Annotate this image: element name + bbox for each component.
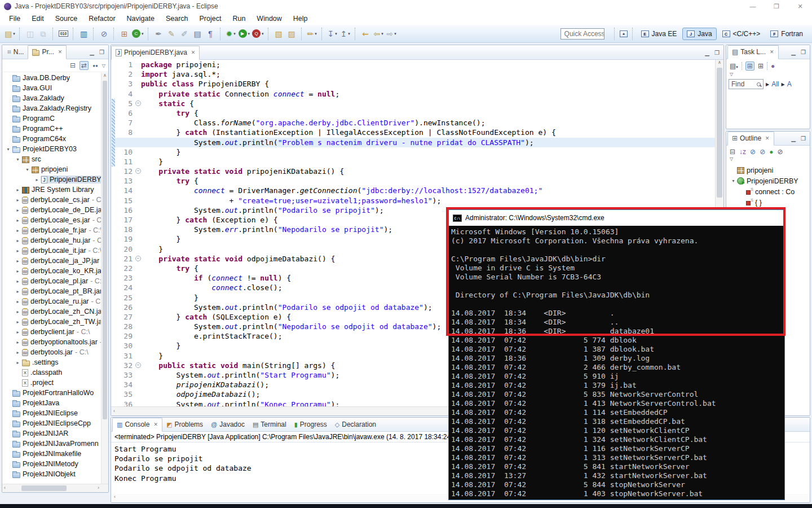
chevron-collapsed-icon[interactable]: ▸ — [14, 319, 21, 325]
dropdown-arrow-icon[interactable]: ▾ — [381, 32, 383, 36]
sort-button[interactable]: ↓z — [739, 148, 746, 156]
last-edit-location-button[interactable]: ⇜ — [359, 27, 372, 41]
activated-link[interactable]: A — [787, 80, 792, 88]
hide-local-types-button[interactable]: ⊘ — [777, 148, 783, 156]
tree-item-derbylocale-it-jar[interactable]: ▸010derbyLocale_it.jar - C:\ — [2, 246, 101, 256]
cmd-title-bar[interactable]: C:\ Administrator: C:\Windows\System32\c… — [449, 210, 784, 226]
cmd-window[interactable]: C:\ Administrator: C:\Windows\System32\c… — [448, 209, 785, 500]
outline-item--[interactable]: { } — [726, 197, 810, 208]
chevron-collapsed-icon[interactable]: ▸ — [14, 187, 21, 192]
mark-occurrences-button[interactable]: ✏▾ — [306, 27, 319, 41]
chevron-collapsed-icon[interactable]: ▸ — [14, 279, 21, 284]
menu-help[interactable]: Help — [288, 13, 314, 24]
tab-package-explorer[interactable]: Pr... ✕ — [28, 45, 67, 59]
minimize-view-button[interactable]: ▁ — [791, 135, 796, 142]
chevron-collapsed-icon[interactable]: ▸ — [14, 218, 21, 223]
tab-progress[interactable]: ▮Progress — [290, 418, 331, 431]
view-menu-button[interactable]: ▽ — [730, 156, 733, 161]
tree-item-projektjniobjekt[interactable]: ProjektJNIObjekt — [2, 469, 101, 479]
maximize-view-button[interactable]: ❐ — [714, 50, 720, 56]
profile-button[interactable]: Q▾ — [251, 27, 265, 41]
next-annotation-button[interactable]: ↧▾ — [326, 27, 339, 41]
skip-breakpoints-button[interactable]: ⊘ — [98, 27, 111, 41]
prev-annotation-button[interactable]: ↥▾ — [339, 27, 352, 41]
open-perspective-button[interactable]: + — [617, 27, 630, 41]
all-link[interactable]: All — [771, 80, 779, 88]
perspective-cpp[interactable]: C<C/C++> — [718, 28, 765, 40]
fold-marker-icon[interactable]: − — [135, 362, 141, 368]
tree-item-derbyoptionaltools-jar[interactable]: ▸010derbyoptionaltools.jar - C:\ — [2, 337, 101, 347]
tab-javadoc[interactable]: @Javadoc — [207, 418, 249, 431]
chevron-collapsed-icon[interactable]: ▸ — [14, 269, 21, 274]
key-button[interactable]: ✒ — [152, 27, 165, 41]
categorized-button[interactable]: ⊞ — [745, 62, 754, 71]
collapse-all-button[interactable]: ⊟ — [70, 62, 76, 69]
tree-item-derbylocale-pl-jar[interactable]: ▸010derbyLocale_pl.jar - C:\ — [2, 276, 101, 286]
tab-navigator[interactable]: ⌗ N... — [3, 46, 28, 59]
tab-console[interactable]: ▥Console✕ — [112, 418, 162, 432]
tree-item-programc64x[interactable]: ProgramC64x — [2, 134, 101, 144]
close-button[interactable]: ✕ — [788, 0, 812, 12]
chevron-collapsed-icon[interactable]: ▸ — [14, 198, 21, 203]
tree-item-projektjnimetody[interactable]: ProjektJNIMetody — [2, 459, 101, 469]
tree-item-derbylocale-pt-br-jar[interactable]: ▸010derbyLocale_pt_BR.jar - C:\ — [2, 286, 101, 296]
menu-source[interactable]: Source — [50, 13, 83, 24]
focus-button[interactable]: ●● — [92, 63, 98, 68]
chevron-collapsed-icon[interactable]: ▸ — [14, 350, 21, 355]
tree-item-derbylocale-ja-jp-jar[interactable]: ▸010derbyLocale_ja_JP.jar - C:\ — [2, 256, 101, 266]
open-type-button[interactable]: ▤ — [191, 27, 204, 41]
chevron-collapsed-icon[interactable]: ▸ — [14, 299, 21, 304]
tree-item-projektjnijavapromenn[interactable]: ProjektJNIJavaPromenn — [2, 439, 101, 449]
close-tab-icon[interactable]: ✕ — [153, 422, 158, 427]
maximize-view-button[interactable]: ❐ — [801, 49, 806, 55]
perspective-java[interactable]: JJava — [682, 28, 716, 40]
new-task-button[interactable]: ▤▾ — [730, 62, 738, 70]
tab-pripojeniderby-java[interactable]: J PripojeniDERBY.java ✕ — [111, 46, 200, 60]
open-artifact-button[interactable]: ▧ — [272, 27, 285, 41]
chevron-collapsed-icon[interactable]: ▸ — [14, 208, 21, 213]
tree-item-projektjnieclipsecpp[interactable]: ProjektJNIEclipseCpp — [2, 418, 101, 428]
tree-item-derbylocale-ko-kr-jar[interactable]: ▸010derbyLocale_ko_KR.jar - C:\ — [2, 266, 101, 276]
tree-item-derbylocale-hu-jar[interactable]: ▸010derbyLocale_hu.jar - C:\ — [2, 235, 101, 246]
dropdown-arrow-icon[interactable]: ▾ — [335, 32, 337, 36]
menu-navigate[interactable]: Navigate — [121, 13, 160, 24]
close-tab-icon[interactable]: ✕ — [191, 50, 196, 55]
view-menu-button[interactable]: ▽ — [102, 63, 105, 68]
chevron-collapsed-icon[interactable]: ▸ — [14, 340, 21, 345]
tree-item-derbylocale-de-de-jar[interactable]: ▸010derbyLocale_de_DE.jar - C:\ — [2, 205, 101, 215]
fold-marker-icon[interactable]: − — [135, 168, 141, 174]
menu-search[interactable]: Search — [160, 13, 194, 24]
chevron-expanded-icon[interactable]: ▾ — [24, 167, 31, 172]
tree-item-java-zaklady[interactable]: Java.Zaklady — [2, 93, 101, 103]
quick-access-input[interactable] — [561, 28, 604, 40]
tree-item-jre-system-library[interactable]: ▸JRE System Library — [2, 185, 101, 195]
chevron-expanded-icon[interactable]: ▾ — [14, 157, 21, 162]
dropdown-arrow-icon[interactable]: ▾ — [233, 32, 236, 36]
explorer-horizontal-scrollbar[interactable]: ‹ › — [2, 484, 108, 492]
chevron-collapsed-icon[interactable]: ▸ — [14, 309, 21, 314]
chevron-expanded-icon[interactable]: ▾ — [5, 147, 12, 152]
scroll-up-icon[interactable]: ∧ — [716, 60, 723, 65]
fold-marker-icon[interactable]: − — [135, 100, 141, 106]
tree-item-derbylocale-cs-jar[interactable]: ▸010derbyLocale_cs.jar - C:\ — [2, 195, 101, 205]
tree-item-java-gui[interactable]: Java.GUI — [2, 83, 101, 93]
chevron-expanded-icon[interactable]: ▾ — [730, 178, 737, 183]
view-menu-button[interactable]: ▽ — [730, 72, 733, 77]
tree-item-pripojeniderby-java[interactable]: ▸JPripojeniDERBY.java — [2, 174, 101, 185]
hide-non-public-button[interactable]: ● — [769, 148, 773, 156]
tree-item-src[interactable]: ▾src — [2, 154, 101, 164]
hide-static-members-button[interactable]: ⊘ — [760, 148, 765, 156]
focus-on-workweek-button[interactable]: ● — [771, 62, 775, 70]
new-java-package-button[interactable]: ⊞ — [118, 27, 131, 41]
tab-outline[interactable]: ⊞ Outline ✕ — [727, 132, 774, 146]
minimize-view-button[interactable]: ▁ — [90, 49, 94, 55]
tree-item-projektjnieclipse[interactable]: ProjektJNIEclipse — [2, 408, 101, 418]
new-wizard-button[interactable]: ▤▾ — [3, 27, 16, 41]
scroll-up-icon[interactable]: ∧ — [102, 73, 108, 80]
minimize-button[interactable]: — — [741, 0, 765, 12]
chevron-collapsed-icon[interactable]: ▸ — [14, 330, 21, 335]
minimize-view-button[interactable]: ▁ — [705, 50, 709, 56]
chevron-collapsed-icon[interactable]: ▸ — [14, 238, 21, 243]
tree-item--settings[interactable]: ▸.settings — [2, 357, 101, 367]
tree-item-pripojeni[interactable]: ▾pripojeni — [2, 164, 101, 174]
